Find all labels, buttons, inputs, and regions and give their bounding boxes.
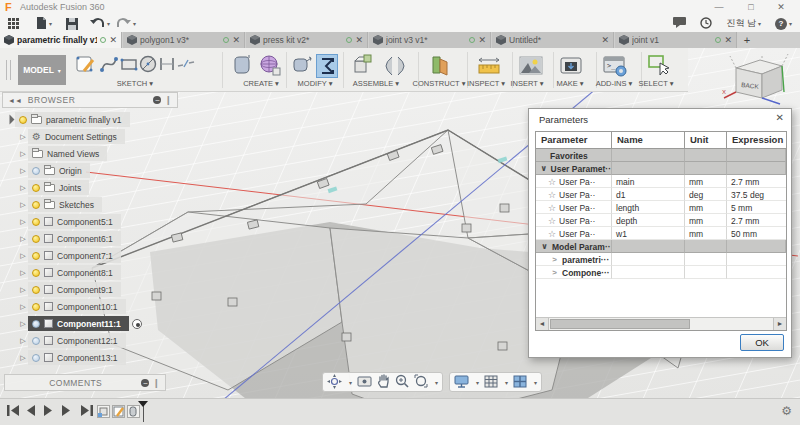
timeline-sketch-feature[interactable] bbox=[112, 405, 125, 418]
construction-plane-icon[interactable] bbox=[428, 54, 450, 80]
panel-grip[interactable]: ❙ bbox=[152, 378, 160, 388]
expand-arrow-icon[interactable]: ▷ bbox=[18, 235, 28, 243]
slot-icon[interactable] bbox=[158, 54, 176, 76]
visibility-bulb-icon[interactable] bbox=[32, 286, 40, 294]
help-menu[interactable]: ?▾ bbox=[775, 17, 792, 30]
timeline-marker-flag[interactable] bbox=[138, 401, 148, 407]
browser-item-component13[interactable]: ▷ Component13:1 bbox=[18, 350, 126, 365]
doc-tab-joint-v1[interactable]: joint v1 ✕ bbox=[615, 32, 737, 48]
horizontal-scrollbar[interactable]: ◄ ► bbox=[536, 317, 786, 330]
expand-arrow-icon[interactable]: ▷ bbox=[18, 150, 28, 158]
apps-grid-icon[interactable] bbox=[8, 16, 20, 31]
browser-item-component9[interactable]: ▷ Component9:1 bbox=[18, 282, 121, 297]
table-row-param-d1[interactable]: ☆User Pa·· d1 deg 37.5 deg bbox=[536, 188, 786, 201]
viewports-icon[interactable] bbox=[513, 375, 527, 390]
maximize-button[interactable]: □ bbox=[740, 1, 762, 14]
change-parameters-sigma-icon[interactable] bbox=[316, 54, 338, 78]
activate-component-radio[interactable] bbox=[132, 319, 142, 329]
notifications-clock-icon[interactable] bbox=[700, 17, 712, 31]
play-button[interactable] bbox=[43, 404, 54, 419]
select-group-label[interactable]: SELECT ▾ bbox=[628, 79, 684, 88]
expand-arrow-icon[interactable]: ▷ bbox=[18, 252, 28, 260]
visibility-bulb-icon[interactable] bbox=[32, 201, 40, 209]
expand-arrow-icon[interactable]: ▷ bbox=[18, 320, 28, 328]
chevron-down-icon[interactable]: ▾ bbox=[349, 379, 352, 386]
expand-arrow-icon[interactable]: ▷ bbox=[18, 303, 28, 311]
browser-item-component6[interactable]: ▷ Component6:1 bbox=[18, 231, 121, 246]
browser-item-component7[interactable]: ▷ Component7:1 bbox=[18, 248, 121, 263]
new-tab-button[interactable]: + bbox=[738, 32, 756, 48]
scroll-left-icon[interactable]: ◄ bbox=[536, 318, 549, 330]
press-pull-icon[interactable] bbox=[292, 54, 312, 80]
rectangle-icon[interactable] bbox=[120, 54, 138, 76]
chevron-down-icon[interactable]: ▾ bbox=[476, 379, 479, 386]
visibility-bulb-icon[interactable] bbox=[32, 354, 40, 362]
create-group-label[interactable]: CREATE ▾ bbox=[230, 79, 292, 88]
tab-close-icon[interactable]: ✕ bbox=[601, 35, 609, 45]
expand-arrow-icon[interactable]: ▷ bbox=[18, 167, 28, 175]
visibility-bulb-icon[interactable] bbox=[32, 303, 40, 311]
browser-item-component5[interactable]: ▷ Component5:1 bbox=[18, 214, 121, 229]
expand-arrow-icon[interactable]: ▷ bbox=[18, 184, 28, 192]
new-body-icon[interactable] bbox=[232, 54, 254, 80]
expand-arrow-icon[interactable]: ▷ bbox=[18, 218, 28, 226]
select-icon[interactable] bbox=[648, 54, 670, 80]
timeline-settings-gear-icon[interactable]: ⚙ bbox=[781, 404, 792, 418]
go-to-start-button[interactable] bbox=[6, 404, 20, 419]
visibility-bulb-icon[interactable] bbox=[19, 116, 27, 124]
save-icon[interactable] bbox=[66, 16, 78, 31]
tab-close-icon[interactable]: ✕ bbox=[232, 35, 240, 45]
step-forward-button[interactable] bbox=[61, 404, 72, 419]
browser-item-joints[interactable]: ▷ Joints bbox=[18, 180, 89, 195]
browser-header[interactable]: ◄◄ BROWSER – ❙ bbox=[2, 92, 178, 108]
modify-group-label[interactable]: MODIFY ▾ bbox=[285, 79, 345, 88]
view-cube[interactable]: BACK X bbox=[722, 48, 798, 112]
visibility-bulb-icon[interactable] bbox=[32, 218, 40, 226]
expand-arrow-icon[interactable]: ▷ bbox=[18, 269, 28, 277]
dialog-close-icon[interactable]: ✕ bbox=[776, 112, 784, 123]
visibility-bulb-icon[interactable] bbox=[32, 269, 40, 277]
timeline-component-feature[interactable] bbox=[97, 405, 110, 418]
browser-item-named-views[interactable]: ▷ Named Views bbox=[18, 146, 107, 161]
visibility-bulb-icon[interactable] bbox=[32, 252, 40, 260]
table-row-favorites[interactable]: Favorites bbox=[536, 149, 786, 162]
visibility-bulb-icon[interactable] bbox=[32, 320, 40, 328]
user-menu[interactable]: 진혁 남▾ bbox=[726, 17, 761, 30]
chevron-down-icon[interactable]: ▾ bbox=[505, 379, 508, 386]
redo-icon[interactable]: ▾ bbox=[116, 16, 136, 31]
chevron-right-icon[interactable]: > bbox=[550, 255, 559, 264]
doc-tab-polygon1[interactable]: polygon1 v3* ✕ bbox=[123, 32, 245, 48]
zoom-window-icon[interactable] bbox=[414, 374, 428, 390]
table-row-param-w1[interactable]: ☆User Pa·· w1 mm 50 mm bbox=[536, 227, 786, 240]
table-row-model-parameters[interactable]: ∨Model Param·· bbox=[536, 240, 786, 253]
addins-icon[interactable]: >_ bbox=[603, 54, 627, 80]
undo-icon[interactable]: ▾ bbox=[90, 16, 110, 31]
insert-image-icon[interactable] bbox=[519, 54, 543, 80]
visibility-bulb-icon[interactable] bbox=[32, 337, 40, 345]
joint-icon[interactable] bbox=[384, 54, 406, 80]
minimize-button[interactable]: — bbox=[708, 1, 730, 14]
chevron-down-icon[interactable]: ∨ bbox=[540, 164, 548, 173]
make-3d-print-icon[interactable] bbox=[560, 54, 582, 80]
look-at-icon[interactable] bbox=[357, 375, 372, 390]
browser-item-origin[interactable]: ▷ Origin bbox=[18, 163, 90, 178]
circle-icon[interactable] bbox=[139, 54, 157, 76]
measure-icon[interactable] bbox=[477, 54, 501, 80]
table-row-parametric-group[interactable]: >parametri··· bbox=[536, 253, 786, 266]
doc-tab-untitled[interactable]: Untitled* ✕ bbox=[492, 32, 614, 48]
spline-icon[interactable] bbox=[100, 54, 118, 76]
ok-button[interactable]: OK bbox=[740, 334, 784, 351]
doc-tab-parametric-finally[interactable]: parametric finally v1* ✕ bbox=[0, 32, 122, 48]
table-row-user-parameters[interactable]: ∨User Paramet·· bbox=[536, 162, 786, 175]
display-settings-icon[interactable] bbox=[454, 375, 469, 390]
expanded-arrow-icon[interactable] bbox=[5, 115, 15, 125]
favorite-star-icon[interactable]: ☆ bbox=[548, 203, 556, 213]
favorite-star-icon[interactable]: ☆ bbox=[548, 177, 556, 187]
comments-bar[interactable]: COMMENTS – ❙ bbox=[4, 374, 166, 391]
tab-close-icon[interactable]: ✕ bbox=[724, 35, 732, 45]
scroll-right-icon[interactable]: ► bbox=[773, 318, 786, 330]
browser-item-component11-selected[interactable]: ▷ Component11:1 bbox=[18, 316, 142, 331]
construction-line-icon[interactable] bbox=[177, 54, 195, 76]
orbit-icon[interactable] bbox=[327, 374, 342, 391]
browser-item-component12[interactable]: ▷ Component12:1 bbox=[18, 333, 126, 348]
